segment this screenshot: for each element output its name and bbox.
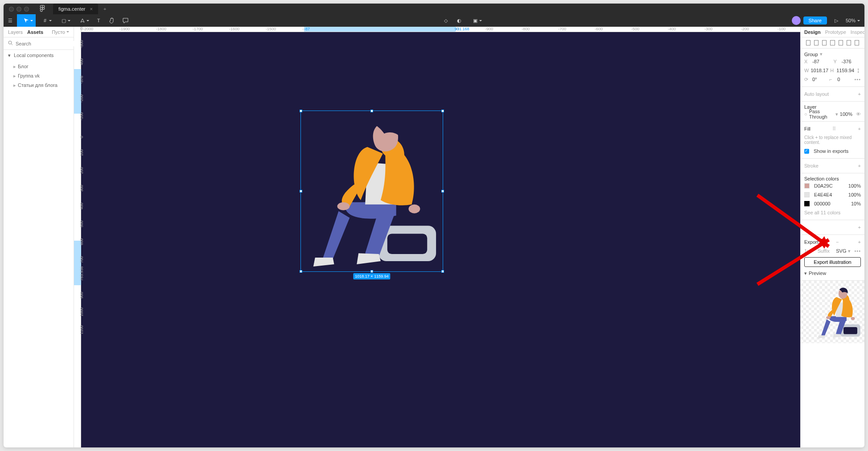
right-panel: Design Prototype Inspect Group▾ X-87 Y-3… xyxy=(800,27,864,447)
y-field[interactable]: -376 xyxy=(842,59,861,64)
hand-tool-icon[interactable] xyxy=(105,14,119,27)
show-in-exports-checkbox[interactable] xyxy=(804,149,809,154)
visibility-icon[interactable]: 👁 xyxy=(856,111,861,117)
export-format-select[interactable]: SVG xyxy=(836,248,846,254)
comment-tool-icon[interactable] xyxy=(119,14,132,27)
resize-handle[interactable] xyxy=(300,270,302,273)
export-suffix-field[interactable]: Suffix xyxy=(818,248,830,254)
window-controls[interactable] xyxy=(9,7,29,12)
export-more-icon[interactable]: ••• xyxy=(854,248,861,254)
add-stroke-icon[interactable]: + xyxy=(858,163,861,168)
add-effects-icon[interactable]: + xyxy=(858,225,861,230)
resize-handle[interactable] xyxy=(370,110,373,112)
resize-handle[interactable] xyxy=(441,190,444,193)
constrain-icon[interactable]: ⭥ xyxy=(856,68,861,73)
user-avatar[interactable] xyxy=(792,16,801,25)
width-field[interactable]: 1018.17 xyxy=(810,68,828,73)
minimize-window-icon[interactable] xyxy=(16,7,21,12)
resize-handle[interactable] xyxy=(441,110,444,112)
shape-tool-icon[interactable]: ▢ xyxy=(54,14,73,27)
chevron-down-icon: ▾ xyxy=(8,53,11,58)
more-icon[interactable]: ••• xyxy=(854,77,861,82)
rotation-field[interactable]: 0° xyxy=(812,77,827,82)
add-auto-layout-icon[interactable]: + xyxy=(858,91,861,97)
prototype-tab[interactable]: Prototype xyxy=(825,29,846,35)
close-window-icon[interactable] xyxy=(9,7,14,12)
selection-frame[interactable]: 1018.17 × 1159.94 xyxy=(300,111,443,272)
file-tab[interactable]: figma.center × xyxy=(53,4,98,14)
title-bar: figma.center × + xyxy=(4,4,864,14)
frame-tool-icon[interactable]: # xyxy=(36,14,54,27)
component-item[interactable]: ▸Статьи для блога xyxy=(4,81,74,90)
vertical-ruler: -600-500400-376-200-10001002003004005006… xyxy=(74,27,81,447)
svg-line-6 xyxy=(12,44,13,45)
alignment-controls[interactable] xyxy=(804,40,861,45)
radius-field[interactable]: 0 xyxy=(837,77,852,82)
x-field[interactable]: -87 xyxy=(812,59,832,64)
zoom-menu[interactable]: 50% xyxy=(846,18,860,23)
resize-handle[interactable] xyxy=(370,270,373,273)
boolean-icon[interactable]: ▣ xyxy=(466,14,485,27)
remove-export-icon[interactable]: − xyxy=(836,239,839,245)
add-tab-icon[interactable]: + xyxy=(103,6,106,12)
maximize-window-icon[interactable] xyxy=(24,7,29,12)
export-preview xyxy=(801,281,864,343)
height-field[interactable]: 1159.94 xyxy=(836,68,854,73)
resize-handle[interactable] xyxy=(300,110,302,112)
component-icon[interactable]: ◇ xyxy=(439,14,453,27)
search-icon xyxy=(8,41,13,46)
component-item[interactable]: ▸Группа vk xyxy=(4,71,74,81)
resize-handle[interactable] xyxy=(300,190,302,193)
svg-point-4 xyxy=(42,8,45,10)
file-tab-title: figma.center xyxy=(58,6,86,12)
opacity-field[interactable]: 100% xyxy=(840,111,852,117)
design-tab[interactable]: Design xyxy=(804,29,821,35)
text-tool-icon[interactable]: T xyxy=(92,14,105,27)
left-panel: Layers Assets Пусто ▾ Local components xyxy=(4,27,74,447)
selection-dimensions: 1018.17 × 1159.94 xyxy=(353,273,390,279)
add-export-icon[interactable]: + xyxy=(858,239,861,245)
toolbar: ☰ # ▢ T ◇ ◐ ▣ Share ▷ 50% xyxy=(4,14,864,27)
mask-icon[interactable]: ◐ xyxy=(453,14,466,27)
search-input[interactable] xyxy=(16,41,77,46)
share-button[interactable]: Share xyxy=(803,16,827,25)
canvas[interactable]: -87 931.168 -2000-1900-1800-1700-1600-15… xyxy=(74,27,800,447)
see-all-colors[interactable]: See all 11 colors xyxy=(804,208,861,217)
blend-mode-select[interactable]: Pass Through xyxy=(809,109,834,119)
page-selector[interactable]: Пусто xyxy=(52,29,69,35)
selection-color[interactable]: D0A29C100% xyxy=(804,181,861,190)
inspect-tab[interactable]: Inspect xyxy=(851,29,864,35)
selection-color[interactable]: 00000010% xyxy=(804,199,861,208)
menu-icon[interactable]: ☰ xyxy=(4,14,17,27)
svg-point-5 xyxy=(8,41,12,44)
close-tab-icon[interactable]: × xyxy=(90,6,93,12)
styles-icon[interactable]: ⠿ xyxy=(832,126,836,132)
figma-logo-icon[interactable] xyxy=(40,5,45,13)
layers-tab[interactable]: Layers xyxy=(8,29,23,35)
add-fill-icon[interactable]: + xyxy=(858,126,861,131)
present-icon[interactable]: ▷ xyxy=(830,14,843,27)
component-item[interactable]: ▸Блог xyxy=(4,62,74,71)
frame-type-select[interactable]: Group▾ xyxy=(804,51,861,57)
move-tool-icon[interactable] xyxy=(17,14,36,27)
resize-handle[interactable] xyxy=(441,270,444,273)
assets-tab[interactable]: Assets xyxy=(27,29,43,35)
auto-layout-label: Auto layout xyxy=(804,91,829,97)
pen-tool-icon[interactable] xyxy=(73,14,92,27)
horizontal-ruler: -87 931.168 -2000-1900-1800-1700-1600-15… xyxy=(81,27,800,32)
export-scale-select[interactable]: 1x xyxy=(804,248,810,254)
selection-color[interactable]: E4E4E4100% xyxy=(804,190,861,199)
illustration-preview xyxy=(301,111,443,271)
components-section-header[interactable]: ▾ Local components xyxy=(4,50,74,61)
fill-hint: Click + to replace mixed content. xyxy=(804,133,861,145)
export-button[interactable]: Export illustration xyxy=(804,257,861,267)
